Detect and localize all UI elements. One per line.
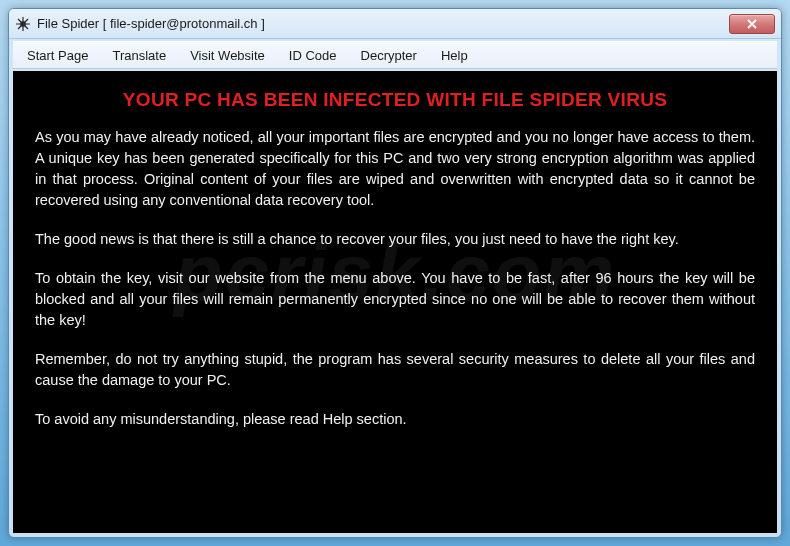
menubar: Start Page Translate Visit Website ID Co… xyxy=(13,41,777,69)
svg-line-8 xyxy=(25,26,28,29)
menu-id-code[interactable]: ID Code xyxy=(277,44,349,67)
spider-icon xyxy=(15,16,31,32)
application-window: File Spider [ file-spider@protonmail.ch … xyxy=(8,8,782,538)
svg-line-7 xyxy=(18,26,21,29)
paragraph-3: To obtain the key, visit our website fro… xyxy=(35,268,755,331)
menu-visit-website[interactable]: Visit Website xyxy=(178,44,277,67)
menu-decrypter[interactable]: Decrypter xyxy=(349,44,429,67)
svg-line-6 xyxy=(25,19,28,22)
paragraph-4: Remember, do not try anything stupid, th… xyxy=(35,349,755,391)
paragraph-2: The good news is that there is still a c… xyxy=(35,229,755,250)
close-button[interactable] xyxy=(729,14,775,34)
svg-line-5 xyxy=(18,19,21,22)
window-title: File Spider [ file-spider@protonmail.ch … xyxy=(37,16,729,31)
menu-start-page[interactable]: Start Page xyxy=(15,44,100,67)
menu-help[interactable]: Help xyxy=(429,44,480,67)
close-icon xyxy=(747,19,757,29)
menu-translate[interactable]: Translate xyxy=(100,44,178,67)
paragraph-5: To avoid any misunderstanding, please re… xyxy=(35,409,755,430)
titlebar: File Spider [ file-spider@protonmail.ch … xyxy=(9,9,781,39)
paragraph-1: As you may have already noticed, all you… xyxy=(35,127,755,211)
headline: YOUR PC HAS BEEN INFECTED WITH FILE SPID… xyxy=(35,89,755,111)
content-area: YOUR PC HAS BEEN INFECTED WITH FILE SPID… xyxy=(13,71,777,533)
